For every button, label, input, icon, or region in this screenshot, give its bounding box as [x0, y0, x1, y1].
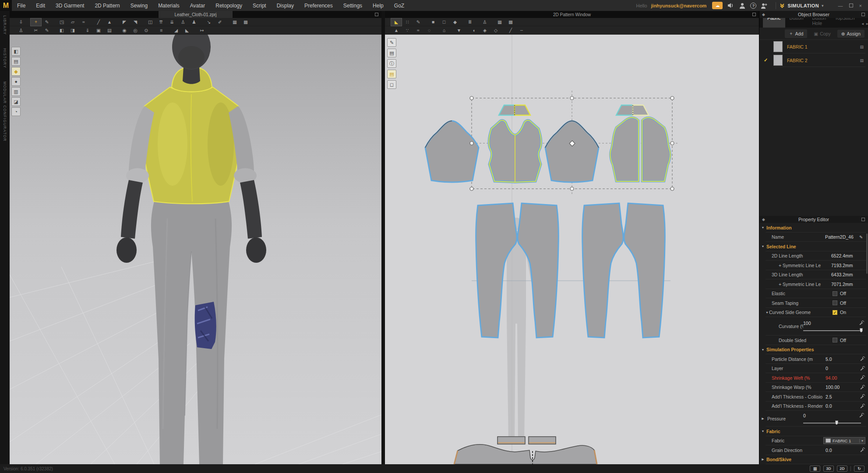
project-tab[interactable]: Leather_Cloth-01.zprj [159, 11, 232, 18]
line-tool-icon[interactable]: ╱ [505, 27, 516, 34]
glue-tape-icon[interactable]: ◖ [469, 27, 479, 34]
dock-tab[interactable]: LIBRARY [3, 15, 7, 35]
prop-row-elastic[interactable]: Elastic Off [759, 289, 868, 299]
fabric-detail-icon[interactable]: ▤ [860, 58, 864, 63]
menu-item[interactable]: Sewing [125, 0, 153, 11]
pin-icon[interactable]: ◆ [762, 217, 765, 222]
pattern-pants-right-pair[interactable] [582, 203, 665, 338]
selection-group[interactable] [425, 91, 678, 196]
edit-pinpoint-icon[interactable]: ✎ [42, 18, 52, 26]
pin-garment-icon[interactable]: ▤ [104, 27, 115, 34]
add-point-icon[interactable]: ✎ [413, 18, 423, 26]
help-icon[interactable]: ? [750, 3, 756, 9]
popout-window-icon[interactable] [375, 13, 378, 16]
export-garment-icon[interactable]: ◫ [145, 18, 155, 26]
show-avatar-toggle-icon[interactable]: ● [11, 77, 21, 86]
segment-sew-icon[interactable]: ✂ [31, 27, 41, 34]
menu-item[interactable]: Retopology [210, 0, 247, 11]
show-garment-2d-icon[interactable]: ▤ [387, 49, 396, 57]
rectangle-pattern-icon[interactable]: ■ [428, 18, 438, 26]
render-style-icon[interactable]: ◧ [11, 47, 21, 56]
show-stitches-icon[interactable]: ✎ [387, 38, 396, 47]
fabric-detail-icon[interactable]: ▤ [860, 45, 864, 49]
avatar-walk-icon[interactable]: ♙ [16, 27, 26, 34]
free-sew-icon[interactable]: ✎ [42, 27, 52, 34]
assign-fabric-button[interactable]: ⊕ Assign [837, 30, 864, 38]
show-avatar-2d-icon[interactable]: ♙ [480, 18, 490, 26]
menu-item[interactable]: Settings [338, 0, 367, 11]
pin-icon[interactable]: ◆ [762, 12, 765, 17]
flatten-left-icon[interactable]: ◢ [171, 27, 181, 34]
name-value[interactable]: Pattern2D_46 [825, 234, 859, 240]
tack-icon[interactable]: ⇓ [82, 27, 93, 34]
split-view-button[interactable]: ▥ [810, 466, 820, 472]
edit-pattern-icon[interactable]: ∷ [402, 18, 413, 26]
gizmo-move-icon[interactable]: ＋ [31, 18, 41, 26]
dock-tab[interactable]: HISTORY [3, 48, 7, 68]
menu-item[interactable]: Script [247, 0, 272, 11]
copy-fabric-button[interactable]: ▣ Copy [810, 30, 834, 38]
menu-item[interactable]: GoZ [389, 0, 409, 11]
pattern-bodice-back[interactable] [610, 117, 670, 181]
prop-row-thickness-collision[interactable]: Add'l Thickness - Collisio 2.5 [759, 392, 868, 402]
edit-name-icon[interactable]: ✎ [859, 235, 865, 240]
prop-row-name[interactable]: Name Pattern2D_46 ✎ [759, 233, 868, 242]
seam-taping-checkbox[interactable] [833, 300, 837, 305]
pattern-waistband-pieces[interactable] [498, 437, 556, 444]
tab-scroll-right-icon[interactable]: ▸ [866, 21, 868, 26]
section-bond-skive[interactable]: ▶ Bond/Skive [759, 455, 868, 465]
dart-icon[interactable]: ◆ [450, 18, 460, 26]
grid-uv-icon[interactable]: ▩ [240, 18, 251, 26]
show-bookmark-icon[interactable]: ▥ [11, 87, 21, 96]
prop-row-particle-distance[interactable]: Particle Distance (m 5.0 [759, 354, 868, 364]
user-profile-icon[interactable] [738, 2, 746, 9]
wrench-icon[interactable] [860, 394, 865, 399]
select-sewing-icon[interactable]: ◤ [119, 18, 130, 26]
show-pattern-icon[interactable]: ▤ [387, 70, 396, 78]
fabric-swatch[interactable] [773, 55, 783, 66]
section-fabric[interactable]: ▼ Fabric [759, 427, 868, 436]
pressure-slider[interactable] [803, 420, 864, 425]
viewport-3d[interactable]: ◧▤◆●▥◪◔ [10, 35, 381, 464]
shirt-icon[interactable]: ▼ [454, 27, 464, 34]
unfold-line-icon[interactable]: ◨ [67, 27, 78, 34]
prop-row-shrinkage-weft[interactable]: Shrinkage Weft (% 94.00 [759, 373, 868, 383]
pen-3d-icon[interactable]: ╱ [93, 18, 104, 26]
avatar-size-icon[interactable]: ♟ [189, 18, 199, 26]
popout-window-icon[interactable] [861, 218, 865, 221]
curve-sewing-icon[interactable]: ≈ [413, 27, 423, 34]
curved-side-checkbox[interactable] [833, 310, 837, 315]
fabric-swatch[interactable] [773, 41, 783, 52]
show-pattern-outline-icon[interactable]: ◆ [11, 67, 21, 76]
section-information[interactable]: ▼ Information [759, 223, 868, 233]
grid-snap-icon[interactable]: ▦ [229, 18, 240, 26]
gizmo-drop-icon[interactable]: ⇩ [16, 18, 26, 26]
pattern-skirt-piece[interactable] [454, 445, 597, 464]
restore-button[interactable] [849, 4, 853, 7]
edit-sewing-icon[interactable]: ◥ [130, 18, 141, 26]
view-2d-button[interactable]: 2D [837, 466, 847, 472]
measure-width-icon[interactable]: ↦ [197, 27, 207, 34]
zipper-icon[interactable]: ≡ [156, 27, 166, 34]
section-selected-line[interactable]: ▼ Selected Line [759, 242, 868, 251]
add-fabric-button[interactable]: ＋ Add [785, 29, 807, 38]
close-button[interactable]: × [859, 3, 862, 8]
print-pattern-icon[interactable]: ◈ [480, 27, 490, 34]
double-sided-checkbox[interactable] [833, 338, 837, 342]
account-email[interactable]: jinhyunsuck@navercom [651, 3, 707, 8]
drag-garment-icon[interactable]: ▱ [67, 18, 78, 26]
symmetry-paste-icon[interactable]: ⇈ [156, 18, 166, 26]
grid-transform-icon[interactable]: ▩ [505, 18, 516, 26]
popout-window-icon[interactable] [752, 13, 756, 16]
wrench-icon[interactable] [860, 385, 865, 390]
stylus-pen-icon[interactable]: ✐ [215, 18, 225, 26]
pattern-bodice-front[interactable] [489, 120, 541, 182]
speaker-icon[interactable] [727, 2, 734, 9]
menu-item[interactable]: Avatar [185, 0, 210, 11]
button-icon[interactable]: ◉ [119, 27, 130, 34]
window-splitter[interactable] [381, 11, 385, 464]
reset-view-button[interactable]: ↻ [854, 466, 864, 472]
wrench-icon[interactable] [860, 447, 865, 453]
steam-iron-icon[interactable]: ⌂ [439, 27, 449, 34]
pleats-icon[interactable]: Ⅲ [465, 18, 475, 26]
